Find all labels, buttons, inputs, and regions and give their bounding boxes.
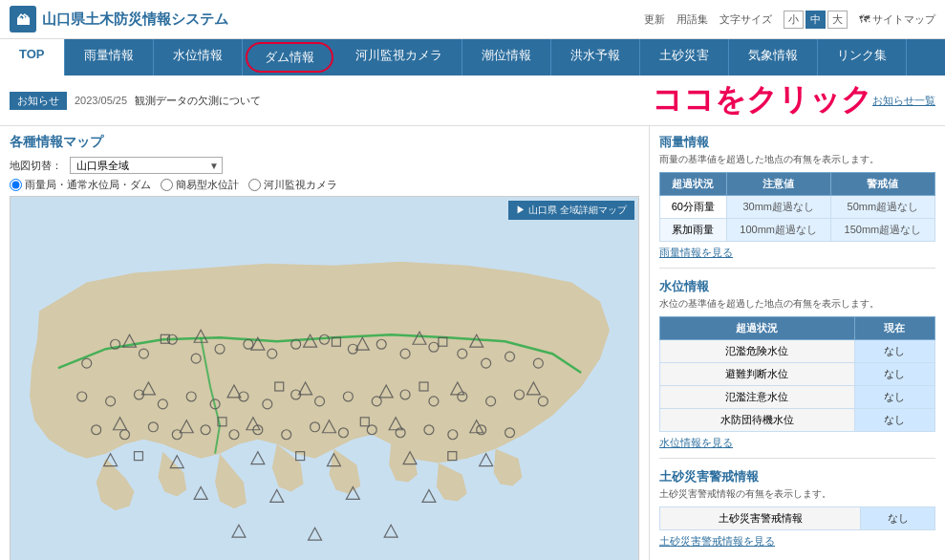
water-row3-value: なし	[854, 409, 934, 432]
logo: 🏔 山口県土木防災情報システム	[10, 6, 228, 32]
nav-camera[interactable]: 河川監視カメラ	[336, 39, 462, 75]
nav-water[interactable]: 水位情報	[154, 39, 243, 75]
header: 🏔 山口県土木防災情報システム 更新 用語集 文字サイズ 小 中 大 🗺 サイト…	[0, 0, 945, 39]
main-content: 各種情報マップ 地図切替： 山口県全域 ▼ 雨量局・通常水位局・ダム 簡易型水位…	[0, 126, 945, 560]
notice-date: 2023/05/25	[75, 95, 127, 106]
radio-simple-text: 簡易型水位計	[176, 178, 239, 192]
water-table: 超過状況 現在 氾濫危険水位 なし 避難判断水位 なし 氾濫注意水位 なし	[659, 316, 935, 432]
divider1	[659, 268, 935, 269]
logo-text: 山口県土木防災情報システム	[42, 11, 228, 29]
rainfall-row0-attention: 30mm超過なし	[726, 196, 830, 219]
radio-camera[interactable]	[248, 179, 261, 191]
rainfall-col1: 超過状況	[660, 173, 727, 196]
radio-camera-label[interactable]: 河川監視カメラ	[248, 178, 337, 192]
logo-icon: 🏔	[10, 6, 36, 32]
nav-flood[interactable]: 洪水予報	[551, 39, 640, 75]
radio-group: 雨量局・通常水位局・ダム 簡易型水位計 河川監視カメラ	[10, 178, 639, 192]
water-row3-label: 水防団待機水位	[660, 409, 855, 432]
font-small[interactable]: 小	[784, 11, 804, 29]
nav-weather[interactable]: 気象情報	[729, 39, 818, 75]
rainfall-section-title: 雨量情報	[659, 134, 935, 151]
region-select-wrapper: 山口県全域 ▼	[70, 157, 223, 174]
right-panel: 雨量情報 雨量の基準値を超過した地点の有無を表示します。 超過状況 注意値 警戒…	[649, 126, 945, 560]
rainfall-table: 超過状況 注意値 警戒値 60分雨量 30mm超過なし 50mm超過なし 累加雨…	[659, 172, 935, 242]
table-row: 土砂災害警戒情報 なし	[660, 507, 935, 530]
water-row0-value: なし	[854, 340, 934, 363]
nav-links[interactable]: リンク集	[818, 39, 907, 75]
water-see-link[interactable]: 水位情報を見る	[659, 436, 935, 450]
divider2	[659, 458, 935, 459]
rainfall-row0-caution: 50mm超過なし	[830, 196, 934, 219]
notice-text: 観測データの欠測について	[135, 94, 633, 108]
sediment-row0-label: 土砂災害警戒情報	[660, 507, 861, 530]
map-detail-link[interactable]: ▶ 山口県 全域詳細マップ	[508, 201, 634, 220]
font-size-label: 文字サイズ	[719, 12, 772, 27]
sediment-row0-value: なし	[861, 507, 935, 530]
map-controls: 地図切替： 山口県全域 ▼	[10, 157, 639, 174]
rainfall-section-desc: 雨量の基準値を超過した地点の有無を表示します。	[659, 153, 935, 166]
font-mid[interactable]: 中	[805, 11, 826, 29]
notice-link[interactable]: お知らせ一覧	[872, 94, 935, 108]
table-row: 氾濫注意水位 なし	[660, 386, 935, 409]
water-section-desc: 水位の基準値を超過した地点の有無を表示します。	[659, 297, 935, 311]
water-row2-value: なし	[854, 386, 934, 409]
map-svg	[11, 197, 638, 560]
nav-dam[interactable]: ダム情報	[246, 42, 333, 73]
radio-rainfall-label[interactable]: 雨量局・通常水位局・ダム	[10, 178, 151, 192]
table-row: 水防団待機水位 なし	[660, 409, 935, 432]
table-row: 氾濫危険水位 なし	[660, 340, 935, 363]
notice-label: お知らせ	[10, 92, 67, 110]
map-panel: 各種情報マップ 地図切替： 山口県全域 ▼ 雨量局・通常水位局・ダム 簡易型水位…	[0, 126, 649, 560]
water-row2-label: 氾濫注意水位	[660, 386, 855, 409]
click-annotation: ココをクリック	[652, 79, 872, 121]
water-col2: 現在	[854, 317, 934, 340]
map-title: 各種情報マップ	[10, 134, 639, 151]
nav-tide[interactable]: 潮位情報	[462, 39, 551, 75]
radio-rainfall-text: 雨量局・通常水位局・ダム	[25, 178, 151, 192]
glossary-link[interactable]: 用語集	[677, 12, 708, 27]
radio-simple-label[interactable]: 簡易型水位計	[161, 178, 239, 192]
rainfall-row1-caution: 150mm超過なし	[830, 219, 934, 242]
nav-sediment[interactable]: 土砂災害	[640, 39, 729, 75]
table-row: 避難判断水位 なし	[660, 363, 935, 386]
rainfall-row1-label: 累加雨量	[660, 219, 727, 242]
rainfall-col3: 警戒値	[830, 173, 934, 196]
rainfall-col2: 注意値	[726, 173, 830, 196]
sediment-section-title: 土砂災害警戒情報	[659, 468, 935, 485]
region-select[interactable]: 山口県全域	[70, 157, 223, 174]
rainfall-see-link[interactable]: 雨量情報を見る	[659, 246, 935, 260]
rainfall-row1-attention: 100mm超過なし	[726, 219, 830, 242]
map-container: ▶ 山口県 全域詳細マップ	[10, 196, 639, 560]
update-link[interactable]: 更新	[644, 12, 665, 27]
header-controls: 更新 用語集 文字サイズ 小 中 大 🗺 サイトマップ	[644, 11, 935, 29]
water-row1-value: なし	[854, 363, 934, 386]
water-section-title: 水位情報	[659, 278, 935, 295]
font-large[interactable]: 大	[827, 11, 848, 29]
sitemap-link[interactable]: 🗺 サイトマップ	[859, 12, 935, 27]
font-size-controls: 小 中 大	[784, 11, 848, 29]
radio-rainfall[interactable]	[10, 179, 22, 191]
radio-camera-text: 河川監視カメラ	[264, 178, 337, 192]
notice-bar: お知らせ 2023/05/25 観測データの欠測について ココをクリック お知ら…	[0, 75, 945, 126]
water-row1-label: 避難判断水位	[660, 363, 855, 386]
table-row: 60分雨量 30mm超過なし 50mm超過なし	[660, 196, 935, 219]
rainfall-row0-label: 60分雨量	[660, 196, 727, 219]
table-row: 累加雨量 100mm超過なし 150mm超過なし	[660, 219, 935, 242]
water-col1: 超過状況	[660, 317, 855, 340]
region-label: 地図切替：	[10, 159, 62, 173]
radio-simple[interactable]	[161, 179, 173, 191]
nav: TOP 雨量情報 水位情報 ダム情報 河川監視カメラ 潮位情報 洪水予報 土砂災…	[0, 39, 945, 75]
water-row0-label: 氾濫危険水位	[660, 340, 855, 363]
sediment-see-link[interactable]: 土砂災害警戒情報を見る	[659, 534, 935, 549]
nav-top[interactable]: TOP	[0, 39, 65, 75]
sediment-table: 土砂災害警戒情報 なし	[659, 506, 935, 530]
sediment-section-desc: 土砂災害警戒情報の有無を表示します。	[659, 487, 935, 501]
nav-rainfall[interactable]: 雨量情報	[65, 39, 154, 75]
svg-text:🏔: 🏔	[16, 12, 31, 28]
